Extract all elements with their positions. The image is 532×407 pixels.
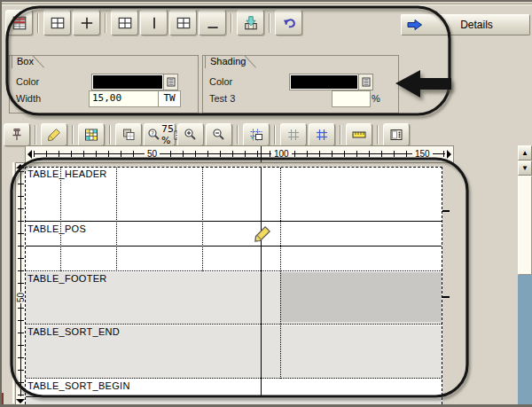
details-button[interactable]: Details — [401, 14, 530, 35]
toolbar-separator — [37, 13, 39, 33]
scroll-down-button[interactable]: ▼ — [518, 160, 532, 176]
resize-handle[interactable] — [442, 296, 450, 298]
copy-style-button[interactable] — [115, 123, 142, 146]
table-row-sort-begin[interactable]: TABLE_SORT_BEGIN — [26, 380, 442, 397]
pencil-cursor-icon — [254, 225, 271, 243]
table-column-divider[interactable] — [280, 168, 281, 379]
vertical-split-button[interactable] — [140, 10, 168, 35]
toolbar-separator — [340, 125, 341, 145]
ruler-icon — [352, 128, 366, 142]
table-pattern-button[interactable] — [5, 10, 33, 35]
table-design-area[interactable]: TABLE_HEADER TABLE_POS TABLE_FOOTER TABL… — [25, 167, 442, 404]
underline-button[interactable] — [199, 10, 226, 35]
grid-settings-button[interactable] — [243, 123, 270, 146]
table-row-sort-end[interactable]: TABLE_SORT_END — [26, 325, 442, 379]
shading-color-swatch — [291, 75, 357, 89]
toolbar-separator — [377, 125, 379, 145]
underline-icon — [205, 15, 221, 31]
pin-button[interactable] — [4, 123, 30, 146]
row-label: TABLE_SORT_BEGIN — [27, 380, 130, 391]
vertical-split-icon — [146, 15, 162, 31]
shading-test-input[interactable] — [332, 90, 371, 107]
ruler-ticks — [18, 171, 24, 396]
toolbar-separator — [231, 13, 232, 33]
import-pattern-icon — [243, 15, 259, 31]
footer-shaded-cell[interactable] — [280, 272, 442, 322]
dropdown-list-icon — [362, 77, 371, 87]
table-grid-icon — [176, 15, 192, 31]
grid-toggle-button[interactable] — [280, 123, 307, 146]
ruler-ticks — [34, 151, 445, 157]
zoom-out-button[interactable] — [206, 123, 232, 146]
shading-test-label: Test 3 — [209, 93, 235, 104]
details-button-label: Details — [424, 19, 529, 31]
options-button[interactable] — [383, 123, 410, 146]
grid-gray-icon — [286, 128, 301, 142]
grid-blue-icon — [315, 128, 329, 142]
ruler-cursor-mark — [261, 146, 262, 162]
copy-icon — [121, 128, 136, 142]
box-color-field[interactable] — [91, 74, 178, 90]
hruler-label-100: 100 — [271, 149, 292, 159]
pin-icon — [10, 128, 24, 142]
zoom-in-button[interactable] — [177, 123, 204, 146]
table-row-footer[interactable]: TABLE_FOOTER — [26, 272, 442, 325]
shading-group: Shading Color Test 3 % — [202, 55, 399, 113]
insert-plus-icon — [79, 15, 95, 31]
form-painter-window: Details Box Color Width 15,00 TW Shading… — [0, 0, 532, 407]
resize-handle[interactable] — [442, 210, 450, 212]
window-border-left — [0, 0, 2, 407]
box-group: Box Color Width 15,00 TW — [9, 55, 199, 113]
draw-lines-button[interactable] — [41, 123, 67, 146]
zoom-level-control[interactable]: ? 75 % — [144, 123, 176, 146]
scrollbar-thumb[interactable] — [518, 176, 532, 275]
toolbar-top-divider — [0, 4, 532, 4]
box-width-label: Width — [16, 93, 41, 104]
table-row-bottom-strip — [26, 398, 442, 404]
split-window-icon — [50, 15, 66, 31]
split-window-button[interactable] — [43, 10, 71, 35]
cell-grid-icon — [117, 15, 133, 31]
vertical-scrollbar[interactable]: ▲ ▼ — [518, 145, 532, 407]
insert-plus-button[interactable] — [73, 10, 100, 35]
ruler-toggle-button[interactable] — [346, 123, 372, 146]
box-color-swatch — [93, 75, 162, 89]
pencil-icon — [47, 128, 61, 142]
box-width-input[interactable]: 15,00 — [89, 90, 160, 107]
table-column-divider[interactable] — [116, 168, 117, 271]
main-toolbar — [5, 10, 302, 35]
hruler-label-150: 150 — [412, 149, 433, 159]
table-colors-icon — [84, 128, 98, 142]
import-pattern-button[interactable] — [237, 10, 264, 35]
ruler-right-arrow-icon — [447, 150, 451, 159]
table-pattern-icon — [12, 15, 27, 31]
ruler-left-arrow-icon — [27, 150, 32, 159]
table-row-header[interactable]: TABLE_HEADER — [26, 168, 442, 222]
box-color-label: Color — [16, 76, 39, 87]
table-column-divider[interactable] — [202, 168, 203, 271]
table-colors-button[interactable] — [78, 123, 105, 146]
table-column-divider[interactable] — [60, 168, 61, 271]
scroll-down-icon: ▼ — [521, 164, 528, 172]
table-row-empty[interactable] — [26, 247, 442, 271]
shading-color-dropdown[interactable] — [358, 74, 372, 90]
box-group-title: Box — [12, 55, 39, 68]
table-main-divider[interactable] — [261, 168, 262, 397]
zoom-select-icon: ? — [147, 128, 161, 142]
toolbar-separator — [274, 125, 276, 145]
cell-grid-button[interactable] — [111, 10, 138, 35]
grid-snap-button[interactable] — [309, 123, 335, 146]
zoom-toolbar: ? 75 % — [4, 123, 410, 146]
toolbar-separator — [105, 13, 106, 33]
box-color-dropdown[interactable] — [163, 74, 177, 90]
horizontal-ruler[interactable]: 50 100 150 — [25, 145, 454, 163]
undo-button[interactable] — [275, 10, 302, 35]
row-label: TABLE_SORT_END — [27, 326, 120, 337]
zoom-out-icon — [212, 128, 226, 142]
table-row-pos[interactable]: TABLE_POS — [26, 223, 442, 247]
scroll-up-icon: ▲ — [521, 149, 528, 157]
table-grid-button[interactable] — [169, 10, 197, 35]
shading-test-unit: % — [372, 93, 380, 104]
scroll-up-button[interactable]: ▲ — [518, 145, 532, 160]
shading-color-field[interactable] — [289, 74, 373, 90]
